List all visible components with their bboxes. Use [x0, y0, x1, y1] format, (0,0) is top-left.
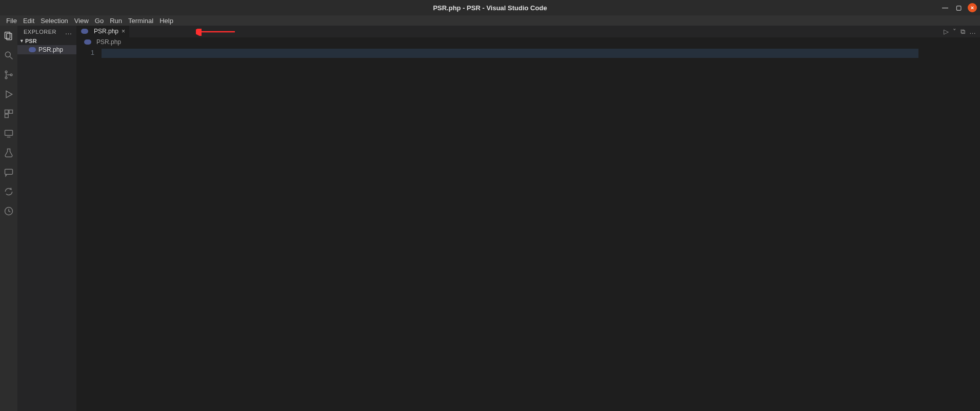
window-title: PSR.php - PSR - Visual Studio Code — [433, 4, 547, 12]
tab-label: PSR.php — [94, 28, 118, 35]
svg-point-2 — [5, 52, 10, 57]
close-button[interactable]: × — [968, 3, 977, 12]
svg-rect-10 — [5, 114, 9, 118]
folder-label: PSR — [25, 38, 37, 44]
editor-body[interactable]: 1 — [77, 47, 980, 411]
remote-icon[interactable] — [3, 127, 15, 139]
extensions-icon[interactable] — [3, 108, 15, 120]
svg-point-4 — [5, 71, 7, 73]
chevron-down-icon: ▸ — [19, 40, 25, 43]
main-area: EXPLORER … ▸ PSR PSR.php PSR.php × ▷ ˅ ⧉… — [0, 26, 980, 411]
explorer-header: EXPLORER … — [17, 26, 76, 37]
explorer-more-icon[interactable]: … — [65, 29, 73, 34]
tab-close-icon[interactable]: × — [122, 28, 125, 35]
more-actions-icon[interactable]: … — [969, 28, 976, 35]
explorer-title: EXPLORER — [24, 29, 56, 35]
svg-line-3 — [10, 57, 13, 59]
php-file-icon — [84, 39, 91, 45]
timeline-icon[interactable] — [3, 205, 15, 217]
explorer-folder[interactable]: ▸ PSR — [17, 37, 76, 45]
run-dropdown-icon[interactable]: ˅ — [953, 28, 956, 35]
breadcrumb-file: PSR.php — [96, 38, 121, 46]
line-gutter: 1 — [77, 47, 102, 411]
menu-terminal[interactable]: Terminal — [125, 17, 156, 25]
menu-help[interactable]: Help — [156, 17, 176, 25]
menu-bar: File Edit Selection View Go Run Terminal… — [0, 15, 980, 26]
explorer-icon[interactable] — [3, 30, 15, 42]
sync-icon[interactable] — [3, 186, 15, 198]
minimize-button[interactable]: — — [941, 4, 949, 12]
svg-point-6 — [10, 74, 12, 76]
window-controls: — ▢ × — [941, 0, 977, 15]
file-label: PSR.php — [38, 46, 63, 53]
explorer-file[interactable]: PSR.php — [17, 45, 76, 54]
run-debug-icon[interactable] — [3, 88, 15, 100]
editor-area: PSR.php × ▷ ˅ ⧉ … PSR.php 1 — [77, 26, 980, 411]
maximize-button[interactable]: ▢ — [954, 4, 963, 12]
source-control-icon[interactable] — [3, 69, 15, 81]
menu-run[interactable]: Run — [107, 17, 125, 25]
svg-marker-7 — [6, 91, 12, 97]
svg-rect-8 — [5, 110, 9, 114]
testing-icon[interactable] — [3, 147, 15, 159]
editor-actions: ▷ ˅ ⧉ … — [944, 26, 980, 37]
menu-go[interactable]: Go — [92, 17, 107, 25]
split-editor-icon[interactable]: ⧉ — [961, 28, 965, 36]
svg-rect-9 — [9, 110, 13, 114]
tab-psr-php[interactable]: PSR.php × — [77, 26, 130, 37]
tab-bar: PSR.php × ▷ ˅ ⧉ … — [77, 26, 980, 37]
activity-bar — [0, 26, 17, 411]
php-file-icon — [29, 47, 36, 52]
php-file-icon — [81, 29, 88, 34]
menu-view[interactable]: View — [71, 17, 92, 25]
chat-icon[interactable] — [3, 166, 15, 178]
line-number-1: 1 — [77, 49, 102, 56]
menu-file[interactable]: File — [3, 17, 20, 25]
menu-selection[interactable]: Selection — [37, 17, 71, 25]
menu-edit[interactable]: Edit — [20, 17, 37, 25]
svg-rect-13 — [5, 169, 13, 174]
title-bar: PSR.php - PSR - Visual Studio Code — ▢ × — [0, 0, 980, 15]
breadcrumb[interactable]: PSR.php — [77, 37, 980, 47]
active-line[interactable] — [102, 49, 918, 58]
search-icon[interactable] — [3, 49, 15, 61]
run-icon[interactable]: ▷ — [944, 28, 949, 35]
svg-point-5 — [5, 77, 7, 79]
svg-rect-11 — [5, 130, 13, 135]
explorer-sidebar: EXPLORER … ▸ PSR PSR.php — [17, 26, 77, 411]
